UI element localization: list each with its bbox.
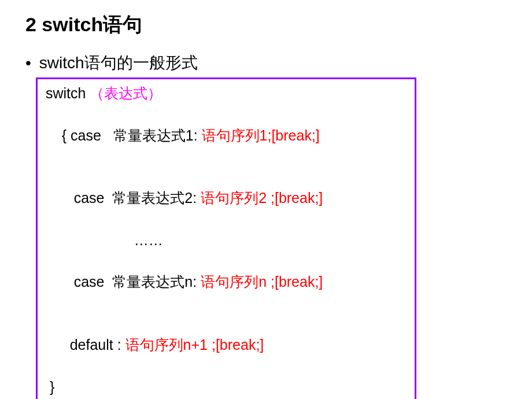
code-line: default : 语句序列n+1 ;[break;] <box>46 313 409 376</box>
statement-text: 语句序列1;[break;] <box>202 127 320 143</box>
section-general-form: switch语句的一般形式 <box>25 52 532 74</box>
expression-text: 表达式 <box>104 85 147 101</box>
code-text: case 常量表达式n: <box>62 274 201 290</box>
statement-text: 语句序列n+1 ;[break;] <box>125 337 264 353</box>
statement-text: 语句序列n ;[break;] <box>201 274 323 290</box>
paren-close: ） <box>147 85 162 101</box>
code-line: switch （表达式） <box>46 83 409 104</box>
code-line: case 常量表达式n: 语句序列n ;[break;] <box>46 250 409 313</box>
code-line: } <box>46 376 409 397</box>
paren-open: （ <box>90 85 104 101</box>
statement-text: 语句序列2 ;[break;] <box>201 190 323 206</box>
page-title: 2 switch语句 <box>25 12 532 38</box>
code-text: case 常量表达式2: <box>62 190 201 206</box>
code-line: { case 常量表达式1: 语句序列1;[break;] <box>46 104 409 167</box>
code-line: …… <box>46 230 409 250</box>
code-text: { case 常量表达式1: <box>62 127 202 143</box>
code-line: case 常量表达式2: 语句序列2 ;[break;] <box>46 167 409 230</box>
code-text: default : <box>62 337 125 353</box>
code-text: switch <box>46 85 90 101</box>
code-syntax-box: switch （表达式） { case 常量表达式1: 语句序列1;[break… <box>36 77 416 399</box>
